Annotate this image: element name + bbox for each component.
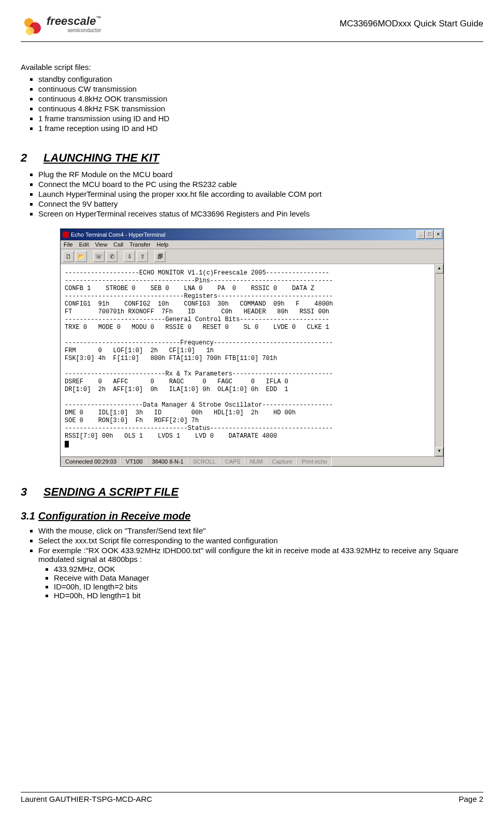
page-header: freescale™ semiconductor MC33696MODxxx Q… xyxy=(21,16,483,42)
terminal-output: --------------------ECHO MONITOR V1.1(c)… xyxy=(61,264,435,456)
list-item: Select the xxx.txt Script file correspon… xyxy=(38,536,483,545)
scroll-down-icon[interactable]: ▼ xyxy=(435,447,443,456)
status-settings: 38400 8-N-1 xyxy=(147,457,188,466)
menu-bar: File Edit View Call Transfer Help xyxy=(61,240,443,249)
logo-tm: ™ xyxy=(96,15,101,21)
logo-main-text: freescale xyxy=(47,15,96,27)
window-titlebar: Echo Terminal Com4 - HyperTerminal _ □ × xyxy=(61,229,443,240)
list-item: continuous 4.8kHz OOK transmission xyxy=(38,94,483,103)
menu-view[interactable]: View xyxy=(95,241,108,248)
list-item: Receive with Data Manager xyxy=(54,573,483,582)
status-capture: Capture xyxy=(268,457,297,466)
list-item: Launch HyperTerminal using the proper xx… xyxy=(38,190,483,198)
section3-list: With the mouse, click on "Transfer/Send … xyxy=(21,526,483,564)
subsection-3-1-heading: 3.1Configuration in Receive mode xyxy=(21,510,483,522)
status-bar: Connected 00:29:03 VT100 38400 8-N-1 SCR… xyxy=(61,456,443,466)
list-item: 433.92MHz, OOK xyxy=(54,565,483,573)
list-item: Screen on HyperTerminal receives status … xyxy=(38,209,483,218)
subsection-number: 3.1 xyxy=(21,510,35,522)
logo: freescale™ semiconductor xyxy=(21,16,101,38)
menu-file[interactable]: File xyxy=(64,241,73,248)
properties-icon[interactable]: 🗐 xyxy=(154,251,166,262)
app-icon xyxy=(63,232,69,238)
window-title: Echo Terminal Com4 - HyperTerminal xyxy=(71,232,166,238)
page-footer: Laurent GAUTHIER-TSPG-MCD-ARC Page 2 xyxy=(21,792,483,803)
list-item: HD=00h, HD length=1 bit xyxy=(54,591,483,600)
cursor-icon xyxy=(65,441,69,448)
section2-list: Plug the RF Module on the MCU board Conn… xyxy=(21,170,483,218)
doc-title: MC33696MODxxx Quick Start Guide xyxy=(339,19,483,29)
list-item: Connect the 9V battery xyxy=(38,199,483,208)
section-3-heading: 3SENDING A SCRIPT FILE xyxy=(21,485,483,499)
section-number: 3 xyxy=(21,485,43,499)
section-2-heading: 2LAUNCHING THE KIT xyxy=(21,151,483,165)
list-item: With the mouse, click on "Transfer/Send … xyxy=(38,526,483,535)
status-connected: Connected 00:29:03 xyxy=(61,457,121,466)
intro-list: standby configuration continuous CW tran… xyxy=(21,75,483,133)
status-emulation: VT100 xyxy=(121,457,147,466)
intro-label: Available script files: xyxy=(21,63,483,71)
list-item: continuous CW transmission xyxy=(38,84,483,93)
scroll-up-icon[interactable]: ▲ xyxy=(435,264,443,273)
status-printecho: Print echo xyxy=(297,457,332,466)
status-num: NUM xyxy=(245,457,268,466)
section-title: LAUNCHING THE KIT xyxy=(43,151,159,164)
menu-help[interactable]: Help xyxy=(157,241,169,248)
hyperterminal-window: Echo Terminal Com4 - HyperTerminal _ □ ×… xyxy=(60,228,444,467)
subsection-title: Configuration in Receive mode xyxy=(38,510,190,522)
footer-right: Page 2 xyxy=(458,795,483,803)
list-item: continuous 4.8kHz FSK transmission xyxy=(38,104,483,113)
receive-icon[interactable]: ⇧ xyxy=(137,251,148,262)
section3-nested-list: 433.92MHz, OOK Receive with Data Manager… xyxy=(21,565,483,600)
new-icon[interactable]: 🗋 xyxy=(63,251,74,262)
status-caps: CAPS xyxy=(220,457,245,466)
list-item: standby configuration xyxy=(38,75,483,83)
close-button[interactable]: × xyxy=(434,230,442,239)
connect-icon[interactable]: ☏ xyxy=(93,251,105,262)
menu-transfer[interactable]: Transfer xyxy=(129,241,151,248)
freescale-swirl-icon xyxy=(21,16,43,38)
menu-call[interactable]: Call xyxy=(113,241,123,248)
minimize-button[interactable]: _ xyxy=(417,230,425,239)
toolbar: 🗋 📂 ☏ ✆ ⇩ ⇧ 🗐 xyxy=(61,249,443,264)
vertical-scrollbar[interactable]: ▲ ▼ xyxy=(435,264,443,456)
footer-left: Laurent GAUTHIER-TSPG-MCD-ARC xyxy=(21,795,152,803)
maximize-button[interactable]: □ xyxy=(425,230,434,239)
list-item: For exemple :"RX OOK 433.92MHz IDHD00.tx… xyxy=(38,546,483,564)
svg-point-2 xyxy=(26,27,34,35)
list-item: Connect the MCU board to the PC using th… xyxy=(38,180,483,189)
logo-sub-text: semiconductor xyxy=(47,28,101,33)
section-title: SENDING A SCRIPT FILE xyxy=(43,485,179,498)
list-item: Plug the RF Module on the MCU board xyxy=(38,170,483,179)
terminal-text: --------------------ECHO MONITOR V1.1(c)… xyxy=(65,269,333,440)
section-number: 2 xyxy=(21,151,43,165)
menu-edit[interactable]: Edit xyxy=(79,241,89,248)
list-item: ID=00h, ID length=2 bits xyxy=(54,582,483,591)
send-icon[interactable]: ⇩ xyxy=(124,251,135,262)
list-item: 1 frame transmission using ID and HD xyxy=(38,114,483,123)
list-item: 1 frame reception using ID and HD xyxy=(38,124,483,133)
disconnect-icon[interactable]: ✆ xyxy=(106,251,117,262)
open-icon[interactable]: 📂 xyxy=(76,251,87,262)
status-scroll: SCROLL xyxy=(188,457,220,466)
